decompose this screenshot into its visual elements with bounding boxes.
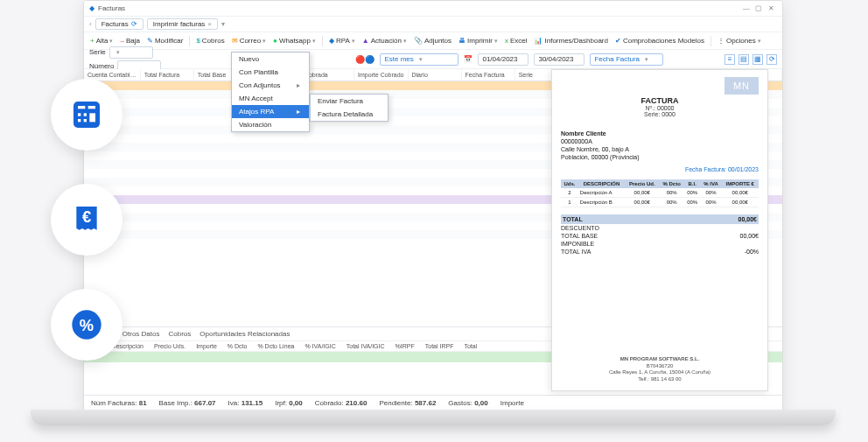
svg-rect-5 — [78, 119, 80, 122]
serie-label: Serie — [89, 48, 106, 56]
detail-col: Importe — [191, 341, 222, 351]
client-block: Nombre Cliente 00000000A Calle Nombre, 0… — [561, 130, 759, 161]
detail-col: % Dcto — [222, 341, 253, 351]
view-list-button[interactable]: ≡ — [724, 54, 735, 65]
euro-receipt-icon: € — [51, 184, 122, 256]
toolbar-imprimir[interactable]: 🖶Imprimir▾ — [456, 36, 500, 46]
svg-text:€: € — [82, 207, 91, 226]
app-window: ◆ Facturas — ▢ ✕ ‹ Facturas ⟳ Imprimir f… — [83, 0, 783, 411]
refresh-button[interactable]: ⟳ — [766, 54, 777, 65]
tab-facturas[interactable]: Facturas ⟳ — [95, 18, 144, 30]
detail-col: Total — [458, 341, 482, 351]
filter-row: Serie Número 🔴🔵 Este mes 📅 01/04/2023 30… — [84, 50, 782, 69]
toolbar-excel[interactable]: xExcel — [502, 36, 530, 46]
detail-col: Total IVA/IGIC — [341, 341, 390, 351]
main-toolbar: +Alta▾–Baja✎Modificar$Cobros✉Correo▾●Wha… — [84, 32, 782, 50]
svg-rect-3 — [78, 113, 80, 116]
menu-item[interactable]: Atajos RPA▸ — [232, 105, 309, 118]
window-title: Facturas — [98, 4, 125, 12]
toolbar-comprobaciones modelos[interactable]: ✔Comprobaciones Modelos — [612, 36, 707, 46]
minimize-button[interactable]: — — [740, 4, 752, 12]
submenu-item[interactable]: Factura Detallada — [311, 108, 388, 121]
detail-col: % Dcto Línea — [252, 341, 299, 351]
detail-col: % IVA/IGIC — [299, 341, 340, 351]
maximize-button[interactable]: ▢ — [752, 4, 765, 12]
svg-text:%: % — [80, 316, 94, 334]
tab-strip: ‹ Facturas ⟳ Imprimir facturas × ▾ — [84, 17, 782, 32]
app-icon: ◆ — [89, 4, 94, 12]
svg-rect-1 — [78, 106, 85, 109]
toolbar-modificar[interactable]: ✎Modificar — [144, 36, 186, 46]
period-select[interactable]: Este mes — [380, 53, 458, 66]
toolbar-alta[interactable]: +Alta▾ — [88, 36, 116, 46]
calculator-icon — [51, 79, 122, 151]
detail-tab[interactable]: Cobros — [168, 330, 191, 338]
invoice-title: FACTURA — [561, 96, 759, 105]
toolbar-cobros[interactable]: $Cobros — [193, 36, 227, 46]
toolbar-baja[interactable]: –Baja — [117, 36, 142, 46]
detail-col: Total IRPF — [420, 341, 459, 351]
invoice-preview: MN FACTURA Nº.: 00000 Serie: 0000 Nombre… — [551, 69, 768, 391]
rpa-dropdown-menu: NuevoCon PlantillaCon Adjuntos▸MN Accept… — [231, 52, 310, 132]
grid-col[interactable]: Total Factura — [141, 69, 194, 81]
serie-select[interactable] — [109, 46, 153, 59]
grid-col[interactable]: Importe Cobrado — [354, 69, 409, 81]
date-from-input[interactable]: 01/04/2023 — [478, 53, 528, 66]
detail-col: %IRPF — [390, 341, 420, 351]
invoice-lines-table: Uds.DESCRIPCIÓNPrecio Ud.% DctoB.I.% IVA… — [561, 179, 759, 207]
svg-rect-7 — [89, 113, 95, 122]
view-filter-button[interactable]: ▦ — [752, 54, 763, 65]
toolbar-correo[interactable]: ✉Correo▾ — [229, 36, 269, 46]
toolbar-rpa[interactable]: ◆RPA▾ — [326, 36, 358, 46]
menu-item[interactable]: Nuevo — [232, 53, 309, 66]
detail-col: Precio Uds. — [149, 341, 191, 351]
invoice-totals: TOTAL00,00€ DESCUENTO TOTAL BASE00,00€ I… — [561, 214, 759, 256]
brand-logo: MN — [724, 77, 759, 95]
grid-col[interactable]: Diario — [409, 69, 462, 81]
invoice-number: Nº.: 00000 — [561, 105, 759, 111]
toolbar-whatsapp[interactable]: ●Whatsapp▾ — [270, 36, 318, 46]
submenu-item[interactable]: Enviar Factura — [311, 95, 388, 108]
status-bar: Núm Facturas: 81 Base Imp.: 667.07 Iva: … — [84, 395, 782, 410]
rpa-submenu: Enviar FacturaFactura Detallada — [310, 94, 388, 122]
svg-rect-4 — [84, 113, 87, 116]
reload-icon[interactable]: ⟳ — [131, 20, 137, 28]
calendar-icon[interactable]: 📅 — [464, 55, 472, 63]
toolbar-actuación[interactable]: ▲Actuación▾ — [360, 36, 410, 46]
menu-item[interactable]: Con Plantilla — [232, 66, 309, 79]
back-icon[interactable]: ‹ — [89, 20, 92, 28]
percent-icon: % — [51, 289, 122, 361]
laptop-base — [31, 410, 836, 425]
titlebar: ◆ Facturas — ▢ ✕ — [84, 1, 782, 17]
invoice-date: Fecha Factura: 00/01/2023 — [561, 166, 759, 172]
view-grid-button[interactable]: ▤ — [738, 54, 749, 65]
date-field-select[interactable]: Fecha Factura — [590, 53, 663, 66]
svg-rect-2 — [88, 106, 95, 109]
close-tab-icon[interactable]: × — [207, 20, 212, 28]
detail-tab[interactable]: Otros Datos — [122, 330, 160, 338]
invoice-footer: MN PROGRAM SOFTWARE S.L. B70436720 Calle… — [561, 356, 759, 383]
date-to-input[interactable]: 30/04/2023 — [534, 53, 584, 66]
menu-item[interactable]: MN Accept — [232, 92, 309, 105]
invoice-serie: Serie: 0000 — [561, 111, 759, 117]
menu-item[interactable]: Con Adjuntos▸ — [232, 79, 309, 92]
toolbar-adjuntos[interactable]: 📎Adjuntos — [411, 36, 454, 46]
toolbar-opciones[interactable]: ⋮Opciones▾ — [715, 36, 764, 46]
toolbar-informes/dashboard[interactable]: 📊Informes/Dashboard — [531, 36, 610, 46]
grid-col[interactable]: Fecha Factura — [462, 69, 515, 81]
close-button[interactable]: ✕ — [765, 4, 777, 12]
color-dots-icon: 🔴🔵 — [355, 55, 374, 64]
tab-imprimir[interactable]: Imprimir facturas × — [147, 18, 218, 30]
detail-tab[interactable]: Oportunidades Relacionadas — [200, 330, 290, 338]
svg-rect-6 — [84, 119, 87, 122]
menu-item[interactable]: Valoración — [232, 118, 309, 131]
